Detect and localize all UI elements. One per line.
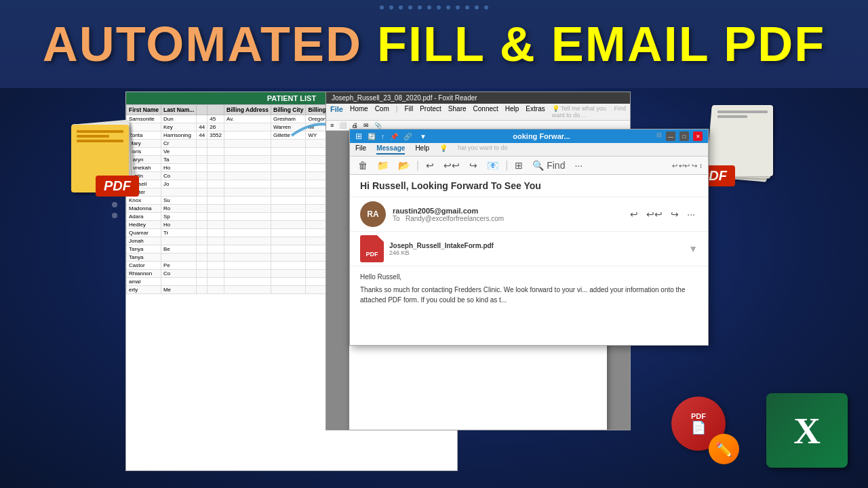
- title-automated: AUTOMATED: [43, 17, 362, 71]
- minimize-button[interactable]: —: [666, 131, 675, 141]
- recipient-info: To Randy@excelforfreelancers.com: [393, 215, 620, 222]
- col-3: [197, 105, 208, 115]
- find-btn[interactable]: 🔍 Find: [530, 159, 568, 172]
- col-billing-city: Billing City: [271, 105, 306, 115]
- top-dots: [0, 5, 868, 9]
- pdf-filename: Joseph_Russell_23_08_2020.pdf - Foxit Re…: [332, 94, 477, 102]
- attachment-info: Joseph_Russell_IntakeForm.pdf 246 KB: [389, 242, 494, 256]
- pdf-menu-fill[interactable]: Fill: [404, 105, 413, 119]
- email-menu[interactable]: File Message Help 💡 hat you want to do: [350, 143, 708, 157]
- menu-help[interactable]: Help: [415, 144, 429, 155]
- reply-btn[interactable]: ↩: [423, 159, 437, 172]
- reply-all-btn[interactable]: ↩↩: [441, 159, 462, 172]
- pdf-menu-extras[interactable]: Extras: [526, 105, 545, 119]
- archive-btn[interactable]: 📁: [374, 159, 391, 172]
- to-label: To: [393, 215, 400, 222]
- email-body-text: Thanks so much for contacting Fredders C…: [360, 285, 698, 305]
- outlook-pdf-icon: PDF📄 ✏️: [671, 396, 753, 471]
- maximize-button[interactable]: □: [679, 131, 689, 141]
- delete-btn[interactable]: 🗑: [355, 159, 370, 172]
- sender-info: raustin2005@gmail.com To Randy@excelforf…: [393, 207, 620, 222]
- sender-email: raustin2005@gmail.com: [393, 207, 620, 215]
- menu-file[interactable]: File: [355, 144, 366, 155]
- sender-avatar: RA: [360, 201, 386, 227]
- title: AUTOMATED FILL & EMAIL PDF: [43, 16, 826, 72]
- close-button[interactable]: ✕: [693, 131, 703, 141]
- apps-btn[interactable]: ⊞: [512, 159, 526, 172]
- email-subject: Hi Russell, Looking Forward To See You: [350, 175, 708, 197]
- toolbar-btn-2[interactable]: ⬜: [339, 122, 347, 129]
- expand-attachment[interactable]: ▼: [688, 243, 698, 254]
- pdf-menu-com[interactable]: Com: [375, 105, 389, 119]
- pdf-menu-share[interactable]: Share: [448, 105, 467, 119]
- reply-inline-btn[interactable]: ↩: [627, 207, 641, 221]
- col-billing-addr: Billing Address: [224, 105, 271, 115]
- title-banner: AUTOMATED FILL & EMAIL PDF: [0, 0, 868, 88]
- col-4: [208, 105, 224, 115]
- email-body: Hello Russell, Thanks so much for contac…: [350, 266, 708, 310]
- email-actions[interactable]: ↩ ↩↩ ↪ ···: [627, 207, 698, 221]
- menu-search: hat you want to do: [458, 144, 508, 155]
- to-email: Randy@excelforfreelancers.com: [406, 215, 504, 222]
- attachment-icon: PDF: [360, 235, 384, 262]
- more-btn[interactable]: ···: [572, 159, 585, 172]
- toolbar-btn-4[interactable]: ✉: [363, 122, 369, 129]
- email-window-title: ooking Forwar...: [513, 132, 570, 140]
- menu-message[interactable]: Message: [376, 144, 405, 155]
- menu-lightbulb: 💡: [439, 144, 448, 155]
- pdf-menu-protect[interactable]: Protect: [420, 105, 441, 119]
- email-from-row: RA raustin2005@gmail.com To Randy@excelf…: [350, 197, 708, 232]
- attachment-name: Joseph_Russell_IntakeForm.pdf: [389, 242, 494, 249]
- title-fill: FILL & EMAIL PDF: [377, 17, 825, 71]
- excel-icon-br: X: [766, 393, 854, 474]
- more-inline-btn[interactable]: ···: [684, 207, 698, 221]
- col-lastname: Last Nam...: [161, 105, 196, 115]
- email-panel[interactable]: ⊞ 🔄 ↑ 📌 🔗 ▼ ooking Forwar... ⊟ — □ ✕ Fil…: [349, 129, 709, 346]
- pdf-menu-home[interactable]: Home: [350, 105, 368, 119]
- pdf-icon-left: PDF: [71, 122, 153, 203]
- pdf-title-bar: Joseph_Russell_23_08_2020.pdf - Foxit Re…: [326, 92, 630, 104]
- col-firstname: First Name: [127, 105, 161, 115]
- pdf-menu-connect[interactable]: Connect: [473, 105, 498, 119]
- attachment-size: 246 KB: [389, 249, 494, 256]
- toolbar-btn-3[interactable]: 🖨: [352, 122, 358, 129]
- email-attachment[interactable]: PDF Joseph_Russell_IntakeForm.pdf 246 KB…: [350, 232, 708, 266]
- email-greeting: Hello Russell,: [360, 272, 698, 282]
- toolbar-btn-1[interactable]: ≡: [330, 122, 334, 129]
- forward-btn[interactable]: ↪: [467, 159, 480, 172]
- toolbar-btn-5[interactable]: 📎: [374, 122, 382, 129]
- forward-inline-btn[interactable]: ↪: [668, 207, 682, 221]
- reply-all-inline-btn[interactable]: ↩↩: [644, 207, 665, 221]
- more-respond-btn[interactable]: 📧: [484, 159, 501, 172]
- window-controls[interactable]: ⊟ — □ ✕: [656, 131, 703, 141]
- reply-area[interactable]: ↩ ↩↩ ↪ ↕: [672, 162, 703, 169]
- email-toolbar[interactable]: 🗑 📁 📂 | ↩ ↩↩ ↪ 📧 | ⊞ 🔍 Find ··· ↩ ↩↩ ↪ ↕: [350, 157, 708, 175]
- pdf-menu[interactable]: File Home Com | Fill Protect Share Conne…: [326, 104, 630, 121]
- email-title-bar: ⊞ 🔄 ↑ 📌 🔗 ▼ ooking Forwar... ⊟ — □ ✕: [350, 129, 708, 143]
- pdf-menu-help[interactable]: Help: [505, 105, 519, 119]
- pdf-menu-file[interactable]: File: [330, 105, 343, 119]
- move-btn[interactable]: 📂: [395, 159, 412, 172]
